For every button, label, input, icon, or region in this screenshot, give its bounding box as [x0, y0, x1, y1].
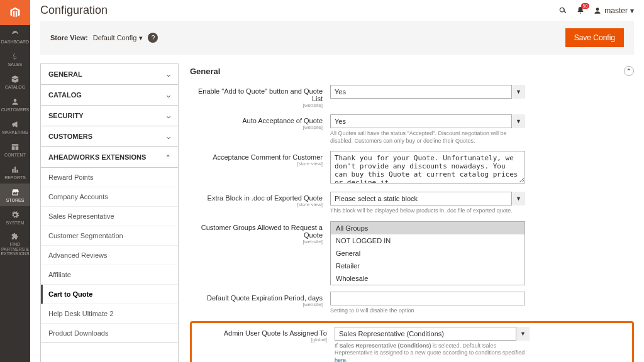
section-title: General [190, 67, 220, 76]
nav-dashboard[interactable]: DASHBOARD [0, 25, 30, 48]
cfgnav-item-advreviews[interactable]: Advanced Reviews [41, 246, 178, 265]
custgroups-opt-wholesale[interactable]: Wholesale [331, 272, 525, 285]
layout-icon [11, 142, 19, 152]
autoaccept-select[interactable]: Yes [330, 114, 525, 128]
conditions-link[interactable]: here [335, 357, 346, 362]
cfgnav-group-customers[interactable]: CUSTOMERS⌵ [41, 126, 178, 147]
dashboard-icon [11, 29, 19, 39]
cfgnav-group-aheadworks[interactable]: AHEADWORKS EXTENSIONS⌃ [41, 147, 178, 168]
custgroups-opt-all[interactable]: All Groups [331, 222, 525, 234]
megaphone-icon [11, 119, 19, 129]
custgroups-opt-retailer[interactable]: Retailer [331, 260, 525, 272]
section-header[interactable]: General ⌃ [190, 63, 634, 85]
cfgnav-group-catalog[interactable]: CATALOG⌵ [41, 85, 178, 106]
assigned-select[interactable]: Sales Representative (Conditions) [335, 327, 530, 341]
assigned-note: If Sales Representative (Conditions) is … [335, 343, 530, 362]
cfgnav-aheadworks-items: Reward Points Company Accounts Sales Rep… [41, 168, 178, 343]
enable-select[interactable]: Yes [330, 85, 525, 99]
cfgnav-item-custseg[interactable]: Customer Segmentation [41, 226, 178, 246]
person-icon [11, 97, 19, 107]
store-view-switcher[interactable]: Default Config▾ [93, 34, 143, 42]
cfgnav-group-security[interactable]: SECURITY⌵ [41, 106, 178, 126]
chevron-down-icon: ⌵ [167, 133, 170, 140]
nav-sales[interactable]: SALES [0, 48, 30, 70]
page-title: Configuration [40, 4, 558, 17]
avatar-icon [593, 6, 602, 15]
help-tooltip-icon[interactable]: ? [148, 33, 158, 43]
field-assigned: Admin User Quote Is Assigned To[global] … [194, 327, 630, 362]
chevron-down-icon: ▾ [139, 34, 143, 42]
chevron-down-icon: ⌵ [167, 112, 170, 119]
expiration-input[interactable] [330, 292, 525, 305]
nav-customers[interactable]: CUSTOMERS [0, 93, 30, 116]
chevron-down-icon: ▾ [630, 6, 634, 15]
chevron-up-icon: ⌃ [165, 154, 170, 161]
collapse-icon[interactable]: ⌃ [624, 66, 634, 76]
config-body: General ⌃ Enable "Add to Quote" button a… [190, 63, 634, 362]
cfgnav-item-affiliate[interactable]: Affiliate [41, 265, 178, 285]
config-content: GENERAL⌵ CATALOG⌵ SECURITY⌵ CUSTOMERS⌵ A… [40, 63, 634, 362]
notification-badge: 50 [581, 3, 590, 9]
field-expiration: Default Quote Expiration Period, days[we… [190, 292, 634, 315]
page-header: Configuration 50 master▾ [30, 0, 644, 21]
chevron-down-icon: ⌵ [167, 71, 170, 78]
dollar-icon [11, 52, 19, 62]
custgroups-opt-general[interactable]: General [331, 247, 525, 260]
comment-textarea[interactable]: Thank you for your Quote. Unfortunately,… [330, 151, 525, 184]
header-actions: 50 master▾ [558, 6, 634, 16]
save-config-button[interactable]: Save Config [565, 28, 624, 47]
field-comment: Acceptance Comment for Customer[store vi… [190, 151, 634, 185]
nav-reports[interactable]: REPORTS [0, 161, 30, 184]
highlighted-field: Admin User Quote Is Assigned To[global] … [190, 321, 634, 362]
chart-icon [11, 165, 19, 175]
puzzle-icon [11, 231, 19, 241]
field-enable: Enable "Add to Quote" button and Quote L… [190, 85, 634, 108]
field-custgroups: Customer Groups Allowed to Request a Quo… [190, 221, 634, 285]
admin-sidebar: DASHBOARD SALES CATALOG CUSTOMERS MARKET… [0, 0, 30, 362]
chevron-down-icon: ⌵ [167, 92, 170, 99]
main-area: Configuration 50 master▾ Store View: Def… [30, 0, 644, 362]
nav-system[interactable]: SYSTEM [0, 206, 30, 229]
cfgnav-group-general[interactable]: GENERAL⌵ [41, 64, 178, 85]
scope-bar: Store View: Default Config▾ ? Save Confi… [40, 21, 634, 55]
cfgnav-item-salesrep[interactable]: Sales Representative [41, 207, 178, 226]
config-nav: GENERAL⌵ CATALOG⌵ SECURITY⌵ CUSTOMERS⌵ A… [40, 63, 179, 362]
nav-marketing[interactable]: MARKETING [0, 116, 30, 138]
cfgnav-item-carttoquote[interactable]: Cart to Quote [41, 285, 178, 304]
cfgnav-item-companyaccounts[interactable]: Company Accounts [41, 187, 178, 207]
nav-content[interactable]: CONTENT [0, 138, 30, 161]
nav-partners[interactable]: FIND PARTNERS & EXTENSIONS [0, 229, 30, 259]
nav-catalog[interactable]: CATALOG [0, 70, 30, 93]
extrablock-select[interactable]: Please select a static block [330, 192, 525, 206]
cfgnav-item-helpdesk[interactable]: Help Desk Ultimate 2 [41, 304, 178, 324]
box-icon [11, 74, 19, 84]
cfgnav-item-prodownloads[interactable]: Product Downloads [41, 324, 178, 343]
field-extrablock: Extra Block in .doc of Exported Quote[st… [190, 192, 634, 215]
store-view-label: Store View: [50, 34, 88, 41]
user-menu[interactable]: master▾ [593, 6, 634, 15]
search-icon[interactable] [558, 6, 568, 16]
gear-icon [11, 210, 19, 220]
cfgnav-item-rewardpoints[interactable]: Reward Points [41, 168, 178, 187]
magento-logo[interactable] [0, 0, 30, 25]
custgroups-multiselect[interactable]: All Groups NOT LOGGED IN General Retaile… [330, 221, 525, 285]
store-icon [11, 187, 19, 197]
nav-stores[interactable]: STORES [0, 184, 30, 206]
bell-icon[interactable]: 50 [575, 6, 586, 16]
field-autoaccept: Auto Acceptance of Quote[website] Yes▼Al… [190, 114, 634, 145]
custgroups-opt-notloggedin[interactable]: NOT LOGGED IN [331, 234, 525, 247]
